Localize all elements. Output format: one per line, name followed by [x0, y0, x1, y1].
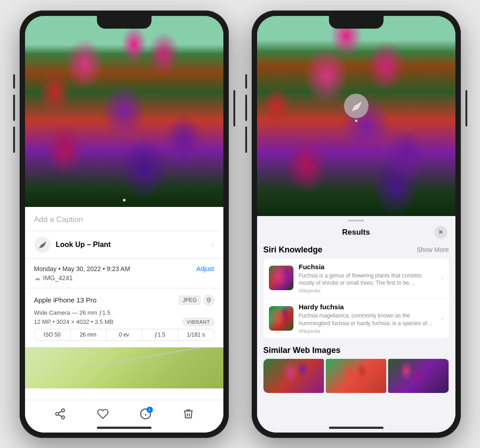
similar-images-grid	[263, 359, 449, 393]
trash-icon	[182, 408, 194, 420]
similar-image-2[interactable]	[326, 359, 386, 393]
power-button[interactable]	[233, 90, 235, 126]
siri-knowledge-title: Siri Knowledge	[263, 245, 323, 255]
info-badge-dot: i	[147, 407, 153, 413]
share-button[interactable]	[54, 408, 66, 420]
caption-placeholder[interactable]: Add a Caption	[34, 215, 83, 224]
phone-1-screen: Add a Caption Look Up – Plant ›	[25, 16, 223, 433]
mute-button[interactable]	[13, 74, 15, 89]
photo-info-area: Add a Caption Look Up – Plant ›	[25, 207, 223, 433]
results-title: Results	[278, 228, 435, 237]
mute-button-2[interactable]	[245, 74, 247, 89]
siri-header: Siri Knowledge Show More	[263, 245, 449, 255]
flower-background	[25, 16, 223, 207]
similar-image-3[interactable]	[388, 359, 449, 393]
lookup-icon	[34, 237, 51, 253]
power-button-2[interactable]	[465, 90, 467, 126]
favorite-button[interactable]	[97, 408, 109, 420]
hardy-thumbnail	[269, 306, 293, 331]
device-row: Apple iPhone 13 Pro JPEG	[34, 295, 214, 306]
location-icon	[203, 295, 214, 306]
lookup-row[interactable]: Look Up – Plant ›	[25, 231, 223, 259]
similar-image-1[interactable]	[263, 359, 324, 393]
delete-button[interactable]	[182, 408, 194, 420]
notch	[97, 16, 152, 29]
exif-shutter: 1/181 s	[178, 329, 214, 340]
fuchsia-chevron: ›	[441, 274, 444, 282]
adjust-button[interactable]: Adjust	[197, 265, 214, 272]
format-badge: JPEG	[179, 296, 200, 305]
page-dot-indicator	[123, 199, 126, 201]
fuchsia-title: Fuchsia	[299, 263, 436, 271]
lookup-bold: Look Up	[56, 241, 85, 248]
exif-iso: ISO 50	[35, 329, 71, 340]
lookup-label: Look Up – Plant	[56, 241, 111, 249]
exif-ev: 0 ev	[106, 329, 142, 340]
lookup-subject: Plant	[93, 241, 111, 248]
exif-row: ISO 50 26 mm 0 ev ƒ1.5 1/181 s	[34, 329, 214, 341]
results-header: Results ✕	[257, 221, 455, 243]
phone-2: Results ✕ Siri Knowledge Show More Fuchs…	[252, 10, 461, 438]
volume-up-button-2[interactable]	[245, 95, 247, 121]
leaf-lookup-icon	[350, 100, 363, 112]
photo-image[interactable]	[25, 16, 223, 207]
lookup-chevron: ›	[212, 241, 214, 249]
close-button[interactable]: ✕	[435, 226, 447, 239]
device-section: Apple iPhone 13 Pro JPEG Wide Camera — 2…	[25, 288, 223, 347]
home-indicator-1	[97, 427, 152, 429]
cloud-icon: ☁	[34, 274, 40, 282]
map-preview[interactable]	[25, 347, 223, 388]
fuchsia-desc: Fuchsia is a genus of flowering plants t…	[299, 272, 436, 287]
phone-2-screen: Results ✕ Siri Knowledge Show More Fuchs…	[257, 16, 455, 433]
exif-aperture: ƒ1.5	[142, 329, 178, 340]
lookup-btn-dot	[355, 120, 357, 122]
camera-detail: Wide Camera — 26 mm ƒ1.5	[34, 309, 214, 316]
hardy-title: Hardy fuchsia	[299, 303, 436, 311]
hardy-source: Wikipedia	[299, 328, 436, 334]
svg-point-0	[207, 298, 210, 301]
mp-row: 12 MP • 3024 × 4032 • 3.5 MB VIBRANT	[34, 318, 214, 326]
siri-item-hardy[interactable]: Hardy fuchsia Fuchsia magellanica, commo…	[263, 298, 449, 338]
leaf-icon	[38, 240, 47, 249]
phone-1: Add a Caption Look Up – Plant ›	[20, 10, 229, 438]
exif-focal: 26 mm	[71, 329, 106, 340]
home-indicator-2	[329, 427, 384, 429]
info-button[interactable]: i	[140, 408, 152, 420]
metadata-section: Monday • May 30, 2022 • 9:23 AM Adjust ☁…	[25, 259, 223, 288]
results-panel: Results ✕ Siri Knowledge Show More Fuchs…	[257, 216, 455, 433]
siri-knowledge-section: Siri Knowledge Show More Fuchsia Fuchsia…	[257, 243, 455, 342]
visual-lookup-button[interactable]	[344, 94, 369, 118]
notch-2	[329, 16, 384, 29]
share-icon	[54, 408, 66, 420]
lookup-separator: –	[87, 241, 93, 248]
fuchsia-thumbnail	[269, 266, 293, 290]
similar-images-section: Similar Web Images	[257, 342, 455, 397]
device-name: Apple iPhone 13 Pro	[34, 296, 97, 304]
caption-area[interactable]: Add a Caption	[25, 207, 223, 231]
siri-knowledge-card: Fuchsia Fuchsia is a genus of flowering …	[263, 258, 449, 338]
hardy-chevron: ›	[441, 315, 444, 322]
date-row: Monday • May 30, 2022 • 9:23 AM Adjust	[34, 265, 214, 272]
photo-date: Monday • May 30, 2022 • 9:23 AM	[34, 265, 130, 272]
siri-item-fuchsia[interactable]: Fuchsia Fuchsia is a genus of flowering …	[263, 258, 449, 299]
fuchsia-source: Wikipedia	[299, 288, 436, 293]
heart-icon	[97, 408, 109, 420]
location-pin-icon	[206, 297, 212, 303]
volume-down-button-2[interactable]	[245, 126, 247, 153]
show-more-button[interactable]: Show More	[417, 246, 449, 253]
filename: IMG_4241	[43, 274, 73, 282]
hardy-content: Hardy fuchsia Fuchsia magellanica, commo…	[299, 303, 436, 334]
filename-row: ☁ IMG_4241	[34, 274, 214, 282]
vibrant-badge: VIBRANT	[182, 318, 214, 326]
device-badges: JPEG	[179, 295, 214, 306]
mp-detail: 12 MP • 3024 × 4032 • 3.5 MB	[34, 318, 114, 325]
volume-down-button[interactable]	[13, 126, 15, 153]
volume-up-button[interactable]	[13, 95, 15, 121]
photo-image-2[interactable]	[257, 16, 455, 216]
hardy-desc: Fuchsia magellanica, commonly known as t…	[299, 312, 436, 327]
similar-title: Similar Web Images	[263, 346, 449, 355]
fuchsia-content: Fuchsia Fuchsia is a genus of flowering …	[299, 263, 436, 294]
